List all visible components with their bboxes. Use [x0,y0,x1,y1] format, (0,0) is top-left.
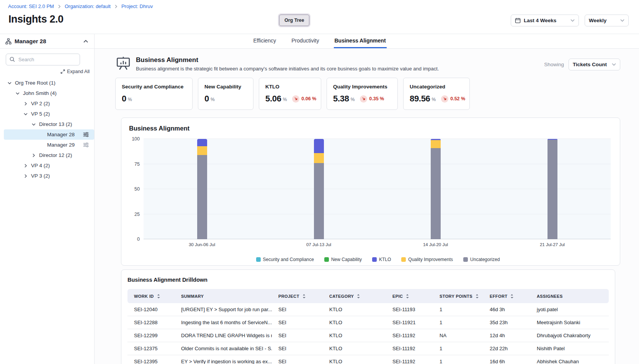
legend-item-security-and-compliance[interactable]: Security and Compliance [256,257,314,262]
x-tick-label: 30 Jun-06 Jul [189,242,215,247]
legend-swatch [256,257,261,262]
table-cell: SEI-11192 [386,355,433,364]
table-cell: 1 [433,316,483,329]
tree-item-vp-2[interactable]: VP 2 (2) [0,98,94,109]
bar-segment-ktlo [547,139,557,140]
column-header-epic[interactable]: EPIC [386,289,433,303]
table-row: SEI-12040[URGENT] EY > Support for job r… [127,303,609,316]
chart-card: Business Alignment 025507510030 Jun-06 J… [121,118,620,266]
showing-select[interactable]: Tickets Count [569,59,620,70]
sort-icon[interactable] [357,294,360,299]
section-description: Business alignment is the strategic fit … [136,66,439,72]
column-header-category[interactable]: CATEGORY [323,289,386,303]
kpi-card-quality-improvements: Quality Improvements5.38%0.35 % [327,78,398,110]
tree-item-vp-3[interactable]: VP 3 (2) [0,171,94,181]
expand-icon [60,69,65,74]
tree-item-vp-4[interactable]: VP 4 (2) [0,160,94,171]
filter-sliders-icon[interactable] [83,142,89,147]
table-cell: 1 [433,355,483,364]
breadcrumb-item-account-sei-2-0-pm[interactable]: Account: SEI 2.0 PM [8,3,54,9]
tab-business-alignment[interactable]: Business Alignment [333,34,386,48]
table-cell: SEI [272,329,323,342]
table-cell: Nishith Patel [530,342,609,355]
sort-icon[interactable] [406,294,409,299]
expand-all-link[interactable]: Expand All [0,69,90,74]
legend-item-ktlo[interactable]: KTLO [372,257,391,262]
sort-icon[interactable] [510,294,513,299]
x-axis-line [144,239,611,239]
column-header-work-id[interactable]: WORK ID [127,289,175,303]
table-cell: SEI-11192 [386,342,433,355]
legend-item-uncategorized[interactable]: Uncategorized [463,257,500,262]
kpi-unit: % [128,97,132,102]
tab-efficiency[interactable]: Efficiency [252,34,277,48]
kpi-cards: Security and Compliance0%New Capability0… [115,78,620,110]
table-row: SEI-12299DORA TREND LINE GRAPH Widgets i… [127,329,609,342]
chevron-right-icon[interactable] [24,164,31,168]
column-label: SUMMARY [181,294,204,299]
y-tick-label: 0 [137,237,140,242]
tree-item-vp-5[interactable]: VP 5 (2) [0,109,94,119]
chevron-down-icon[interactable] [16,91,23,95]
legend-label: Security and Compliance [263,257,314,262]
section-header: Business Alignment Business alignment is… [115,55,620,72]
org-tree: Org Tree Root (1)John Smith (4)VP 2 (2)V… [0,78,94,181]
chart-title: Business Alignment [129,125,612,132]
bar-segment-quality-improvements [197,146,207,155]
sort-icon[interactable] [476,294,479,299]
chevron-down-icon[interactable] [8,81,15,85]
bar-segment-quality-improvements [431,140,441,148]
legend-swatch [463,257,468,262]
x-tick-label: 07 Jul-13 Jul [306,242,331,247]
table-cell: KTLO [323,342,386,355]
gridline [144,164,611,164]
header-row: WORK IDSUMMARYPROJECTCATEGORYEPICSTORY P… [127,289,609,303]
column-header-effort[interactable]: EFFORT [483,289,530,303]
tree-item-label: VP 2 (2) [31,101,50,106]
tab-productivity[interactable]: Productivity [291,34,320,48]
chevron-down-icon [566,19,575,22]
tree-item-org-tree-root[interactable]: Org Tree Root (1) [0,78,94,88]
breadcrumb-item-project-dhruv[interactable]: Project: Dhruv [121,3,153,9]
drilldown-card: Business Alignment Drilldown WORK IDSUMM… [121,269,615,364]
kpi-card-security-and-compliance: Security and Compliance0% [115,78,193,110]
table-cell: 35d 23h [483,316,530,329]
kpi-card-ktlo: KTLO5.06%0.06 % [259,78,321,110]
chevron-right-icon[interactable] [24,174,31,178]
chevron-down-icon[interactable] [24,112,31,116]
kpi-title: Security and Compliance [122,84,186,90]
legend-item-quality-improvements[interactable]: Quality Improvements [401,257,453,262]
tree-item-director-13[interactable]: Director 13 (2) [0,119,94,129]
search-input[interactable] [6,54,80,65]
date-range-select[interactable]: Last 4 Weeks [511,15,579,26]
granularity-select[interactable]: Weekly [585,15,629,26]
tree-item-manager-29[interactable]: Manager 29 [0,140,94,150]
column-header-story-points[interactable]: STORY POINTS [433,289,483,303]
sort-icon[interactable] [302,294,306,299]
column-label: STORY POINTS [440,294,472,299]
kpi-delta-badge: 0.35 % [360,95,384,103]
column-header-project[interactable]: PROJECT [272,289,323,303]
kpi-value: 5.06 [265,94,281,104]
chevron-down-icon [607,63,616,66]
kpi-value: 89.56 [410,94,430,104]
kpi-value: 0 [204,94,209,104]
filter-sliders-icon[interactable] [83,132,89,137]
breadcrumb-item-organization-default[interactable]: Organization: default [65,3,111,9]
chevron-down-icon[interactable] [32,122,39,126]
chevron-right-icon[interactable] [32,153,39,157]
tree-item-john-smith[interactable]: John Smith (4) [0,88,94,98]
sort-icon[interactable] [157,294,160,299]
nav-band: Manager 28 EfficiencyProductivityBusines… [0,34,639,49]
legend-item-new-capability[interactable]: New Capability [324,257,362,262]
chevron-right-icon [57,5,61,8]
column-label: EPIC [392,294,403,299]
column-label: EFFORT [490,294,507,299]
table-cell: SEI-12375 [127,342,175,355]
org-tree-button[interactable]: Org Tree [279,15,309,26]
chevron-up-icon[interactable] [83,40,88,43]
tree-item-director-12[interactable]: Director 12 (2) [0,150,94,160]
chevron-right-icon[interactable] [24,102,31,106]
tree-item-manager-28[interactable]: Manager 28 [4,129,94,140]
page-title: Insights 2.0 [8,13,64,25]
